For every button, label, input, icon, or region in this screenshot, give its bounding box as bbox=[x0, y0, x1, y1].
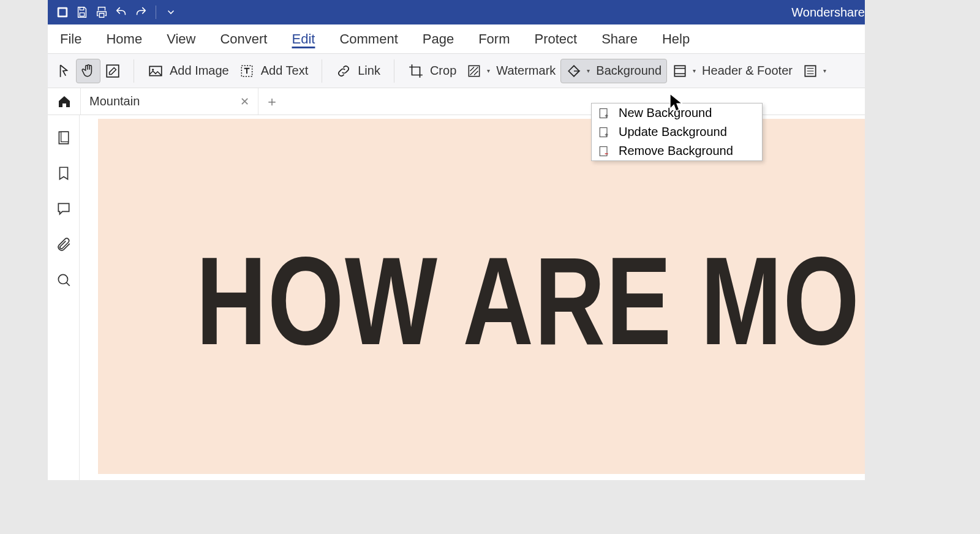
add-text-button[interactable]: Add Text bbox=[234, 59, 313, 83]
menu-protect[interactable]: Protect bbox=[530, 29, 581, 50]
close-icon[interactable]: ✕ bbox=[240, 95, 249, 108]
new-background-item[interactable]: New Background bbox=[592, 103, 762, 122]
background-label: Background bbox=[596, 64, 662, 78]
print-icon[interactable] bbox=[92, 2, 111, 22]
menu-page[interactable]: Page bbox=[419, 29, 458, 50]
new-tab-button[interactable]: ＋ bbox=[258, 88, 285, 115]
svg-rect-17 bbox=[61, 132, 68, 141]
header-footer-label: Header & Footer bbox=[702, 64, 793, 78]
document-headline: HOW ARE MOUN bbox=[196, 247, 865, 354]
svg-rect-3 bbox=[80, 13, 84, 16]
menu-bar: File Home View Convert Edit Comment Page… bbox=[48, 24, 865, 54]
add-image-label: Add Image bbox=[170, 64, 229, 78]
link-label: Link bbox=[358, 64, 380, 78]
menu-edit[interactable]: Edit bbox=[288, 29, 318, 50]
watermark-label: Watermark bbox=[496, 64, 556, 78]
svg-point-18 bbox=[58, 274, 67, 284]
add-text-label: Add Text bbox=[261, 64, 308, 78]
edit-toolbar: Add Image Add Text Link Crop ▾ Watermark… bbox=[48, 54, 865, 88]
save-icon[interactable] bbox=[72, 2, 92, 22]
menu-share[interactable]: Share bbox=[598, 29, 641, 50]
crop-label: Crop bbox=[430, 64, 456, 78]
menu-help[interactable]: Help bbox=[658, 29, 693, 50]
hand-tool[interactable] bbox=[76, 59, 100, 83]
brand-label: Wondershare bbox=[791, 6, 865, 20]
comments-icon[interactable] bbox=[56, 201, 72, 219]
caret-down-icon: ▾ bbox=[587, 67, 590, 74]
update-background-item[interactable]: Update Background bbox=[592, 122, 762, 141]
svg-rect-4 bbox=[107, 65, 119, 77]
caret-down-icon: ▾ bbox=[693, 67, 696, 74]
background-button[interactable]: ▾ Background bbox=[560, 59, 667, 83]
watermark-button[interactable]: ▾ Watermark bbox=[461, 59, 560, 83]
header-footer-button[interactable]: ▾ Header & Footer bbox=[667, 59, 797, 83]
menu-view[interactable]: View bbox=[163, 29, 199, 50]
crop-button[interactable]: Crop bbox=[403, 59, 461, 83]
thumbnails-icon[interactable] bbox=[56, 130, 72, 148]
workspace: HOW ARE MOUN bbox=[48, 115, 865, 480]
menu-comment[interactable]: Comment bbox=[336, 29, 401, 50]
canvas[interactable]: HOW ARE MOUN bbox=[80, 115, 865, 480]
add-image-button[interactable]: Add Image bbox=[143, 59, 234, 83]
remove-background-label: Remove Background bbox=[619, 144, 733, 158]
tab-title: Mountain bbox=[89, 94, 140, 108]
quick-access-bar: Wondershare bbox=[48, 0, 865, 24]
background-dropdown: New Background Update Background Remove … bbox=[591, 103, 763, 161]
undo-icon[interactable] bbox=[111, 2, 131, 22]
side-panel bbox=[48, 115, 80, 480]
new-background-label: New Background bbox=[619, 106, 712, 120]
update-background-label: Update Background bbox=[619, 125, 727, 139]
svg-rect-9 bbox=[674, 66, 685, 76]
svg-rect-21 bbox=[600, 127, 607, 137]
link-button[interactable]: Link bbox=[331, 59, 385, 83]
svg-rect-1 bbox=[59, 9, 66, 16]
remove-background-item[interactable]: Remove Background bbox=[592, 141, 762, 160]
search-icon[interactable] bbox=[56, 272, 72, 290]
attachments-icon[interactable] bbox=[56, 236, 72, 255]
menu-file[interactable]: File bbox=[56, 29, 85, 50]
app-logo[interactable] bbox=[53, 2, 72, 22]
more-tool-button[interactable]: ▾ bbox=[797, 59, 831, 83]
svg-rect-22 bbox=[600, 146, 607, 156]
pointer-tool[interactable] bbox=[51, 59, 76, 83]
redo-icon[interactable] bbox=[131, 2, 151, 22]
menu-home[interactable]: Home bbox=[102, 29, 146, 50]
quickbar-dropdown-icon[interactable] bbox=[161, 2, 181, 22]
caret-down-icon: ▾ bbox=[823, 67, 826, 74]
caret-down-icon: ▾ bbox=[487, 67, 490, 74]
svg-line-19 bbox=[66, 282, 69, 285]
menu-form[interactable]: Form bbox=[475, 29, 513, 50]
edit-object-tool[interactable] bbox=[100, 59, 125, 83]
bookmark-icon[interactable] bbox=[56, 165, 72, 184]
tab-home-button[interactable] bbox=[48, 88, 81, 115]
svg-rect-20 bbox=[600, 108, 607, 118]
document-tab[interactable]: Mountain ✕ bbox=[81, 88, 258, 115]
divider bbox=[156, 6, 156, 19]
menu-convert[interactable]: Convert bbox=[216, 29, 271, 50]
document-page[interactable]: HOW ARE MOUN bbox=[98, 119, 865, 474]
